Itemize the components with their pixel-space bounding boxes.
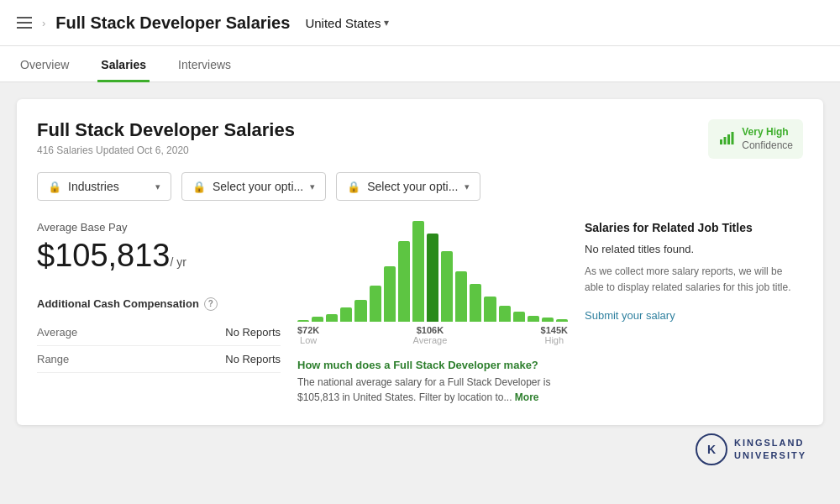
svg-rect-0 xyxy=(720,139,722,144)
footer: K KINGSLAND UNIVERSITY xyxy=(17,425,823,465)
filter-label-2: Select your opti... xyxy=(213,180,303,193)
location-label: United States xyxy=(305,16,381,30)
histogram-bar xyxy=(528,316,539,322)
histogram-bar xyxy=(499,306,511,322)
histogram-bar xyxy=(441,251,453,322)
kingsland-logo: K KINGSLAND UNIVERSITY xyxy=(696,433,806,465)
filter-label-3: Select your opti... xyxy=(367,180,458,193)
filter-chevron-2: ▾ xyxy=(310,181,315,192)
histogram-bar xyxy=(297,320,309,322)
logo-text: KINGSLAND UNIVERSITY xyxy=(734,437,806,463)
histogram xyxy=(297,221,568,322)
hist-label-low: $72K Low xyxy=(297,325,319,345)
filter-option-3[interactable]: 🔒 Select your opti... ▾ xyxy=(336,172,480,201)
page-title: Full Stack Developer Salaries xyxy=(55,13,290,33)
filter-label-industries: Industries xyxy=(68,180,149,193)
card-subtitle: 416 Salaries Updated Oct 6, 2020 xyxy=(37,144,295,156)
submit-salary-link[interactable]: Submit your salary xyxy=(585,309,675,322)
filters: 🔒 Industries ▾ 🔒 Select your opti... ▾ 🔒… xyxy=(37,172,803,201)
no-related: No related titles found. xyxy=(585,243,803,255)
location-chevron: ▾ xyxy=(384,17,389,29)
histogram-bar xyxy=(326,314,338,323)
histogram-bar xyxy=(484,297,496,322)
related-title: Salaries for Related Job Titles xyxy=(585,221,803,234)
related-desc: As we collect more salary reports, we wi… xyxy=(585,264,803,296)
lock-icon-2: 🔒 xyxy=(192,181,206,193)
hist-label-avg: $106K Average xyxy=(413,325,448,345)
histogram-bar xyxy=(354,300,366,322)
logo-circle: K xyxy=(696,433,727,465)
filter-chevron-3: ▾ xyxy=(465,181,470,192)
tab-interviews[interactable]: Interviews xyxy=(175,46,234,82)
comp-key-range: Range xyxy=(37,353,69,365)
tabs-bar: Overview Salaries Interviews xyxy=(0,46,840,82)
top-bar: › Full Stack Developer Salaries United S… xyxy=(0,0,840,46)
svg-rect-1 xyxy=(724,137,727,144)
histogram-bar xyxy=(312,317,323,322)
histogram-bar xyxy=(513,312,525,322)
comp-row-average: Average No Reports xyxy=(37,319,281,346)
histogram-bar xyxy=(556,319,568,323)
location-selector[interactable]: United States ▾ xyxy=(305,16,389,30)
faq-question: How much does a Full Stack Developer mak… xyxy=(297,359,568,371)
comp-key-avg: Average xyxy=(37,326,77,339)
faq-more-link[interactable]: More xyxy=(515,391,539,403)
salary-amount: $105,813/ yr xyxy=(37,239,281,274)
tab-overview[interactable]: Overview xyxy=(17,46,72,82)
help-icon[interactable]: ? xyxy=(204,297,218,311)
main-content: Full Stack Developer Salaries 416 Salari… xyxy=(0,82,840,482)
right-column: Salaries for Related Job Titles No relat… xyxy=(585,221,803,321)
histogram-bar xyxy=(384,266,396,322)
lock-icon-3: 🔒 xyxy=(347,181,360,193)
tab-salaries[interactable]: Salaries xyxy=(97,46,150,82)
filter-chevron-1: ▾ xyxy=(155,181,160,192)
filter-option-2[interactable]: 🔒 Select your opti... ▾ xyxy=(181,172,326,201)
confidence-icon xyxy=(718,129,735,150)
svg-rect-2 xyxy=(727,134,730,144)
histogram-bar xyxy=(427,234,438,323)
card-title: Full Stack Developer Salaries xyxy=(37,119,295,141)
comp-val-avg: No Reports xyxy=(225,326,281,339)
center-column: $72K Low $106K Average $145K High How mu… xyxy=(297,221,568,405)
histogram-bar xyxy=(398,241,410,322)
filter-industries[interactable]: 🔒 Industries ▾ xyxy=(37,172,171,201)
histogram-bar xyxy=(455,271,467,322)
svg-rect-3 xyxy=(732,132,734,144)
comp-row-range: Range No Reports xyxy=(37,346,281,373)
menu-button[interactable] xyxy=(17,17,32,29)
additional-comp: Additional Cash Compensation ? Average N… xyxy=(37,297,281,373)
confidence-text: Very High Confidence xyxy=(742,126,793,152)
histogram-bar xyxy=(340,307,352,322)
avg-label: Average Base Pay xyxy=(37,221,281,234)
hist-label-high: $145K High xyxy=(541,325,568,345)
salary-card: Full Stack Developer Salaries 416 Salari… xyxy=(17,99,823,425)
card-header: Full Stack Developer Salaries 416 Salari… xyxy=(37,119,803,159)
histogram-labels: $72K Low $106K Average $145K High xyxy=(297,325,568,345)
histogram-bar xyxy=(370,286,381,322)
histogram-bar xyxy=(542,318,554,322)
histogram-bar xyxy=(412,221,424,322)
faq-box: How much does a Full Stack Developer mak… xyxy=(297,359,568,405)
histogram-bar xyxy=(470,284,481,323)
breadcrumb-arrow: › xyxy=(42,17,45,29)
salary-amount-value: $105,813 xyxy=(37,238,171,273)
salary-period: / yr xyxy=(171,255,186,269)
comp-val-range: No Reports xyxy=(225,353,281,365)
lock-icon-1: 🔒 xyxy=(48,181,61,193)
faq-answer: The national average salary for a Full S… xyxy=(297,375,568,405)
additional-comp-title: Additional Cash Compensation ? xyxy=(37,297,281,311)
left-column: Average Base Pay $105,813/ yr Additional… xyxy=(37,221,281,373)
card-title-section: Full Stack Developer Salaries 416 Salari… xyxy=(37,119,295,156)
content-grid: Average Base Pay $105,813/ yr Additional… xyxy=(37,221,803,405)
confidence-badge: Very High Confidence xyxy=(708,119,803,159)
